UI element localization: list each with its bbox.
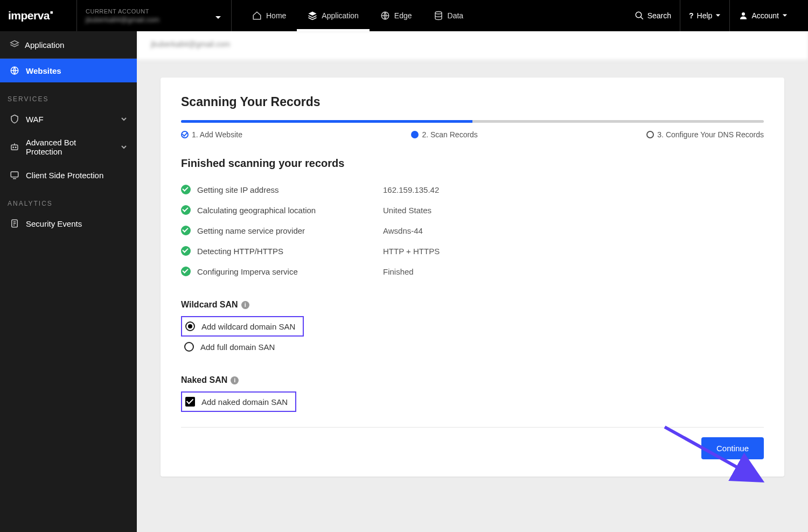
nav-application[interactable]: Application: [297, 0, 370, 31]
nav-data[interactable]: Data: [423, 0, 475, 31]
chevron-down-icon: [121, 116, 127, 122]
search-icon: [635, 11, 644, 20]
step-pending-icon: [646, 131, 654, 138]
san-title-text: Wildcard SAN: [181, 300, 238, 310]
scan-value: Finished: [383, 267, 414, 276]
sidebar-analytics-header: ANALYTICS: [0, 187, 137, 212]
san-title-text: Naked SAN: [181, 375, 227, 385]
step-scan-records: 2. Scan Records: [411, 130, 478, 139]
help-icon: ?: [689, 11, 694, 20]
check-icon: [181, 246, 191, 256]
info-icon[interactable]: i: [241, 301, 249, 309]
person-icon: [739, 11, 748, 20]
main-area: jbuberka84@gmail.com Scanning Your Recor…: [137, 31, 808, 532]
info-icon[interactable]: i: [231, 376, 239, 384]
radio-full-san[interactable]: Add full domain SAN: [181, 337, 764, 357]
bot-icon: [10, 142, 19, 152]
scan-label: Getting site IP address: [197, 185, 383, 194]
radio-label: Add full domain SAN: [200, 342, 275, 352]
radio-wildcard-san[interactable]: Add wildcard domain SAN: [181, 316, 304, 337]
check-icon: [181, 205, 191, 215]
step-add-website: 1. Add Website: [181, 130, 242, 139]
nav-application-label: Application: [322, 11, 359, 20]
globe-icon: [380, 11, 390, 20]
step-configure-dns: 3. Configure Your DNS Records: [646, 130, 764, 139]
account-label: CURRENT ACCOUNT: [86, 8, 222, 15]
checkbox-naked-san[interactable]: Add naked domain SAN: [181, 391, 296, 412]
sidebar-services-header: SERVICES: [0, 82, 137, 107]
account-menu[interactable]: Account: [729, 0, 796, 31]
sidebar-websites-label: Websites: [26, 66, 61, 75]
card-footer: Continue: [181, 427, 764, 459]
database-icon: [434, 11, 443, 20]
search-label: Search: [647, 11, 671, 20]
sidebar: Application Websites SERVICES WAF Advanc…: [0, 31, 137, 532]
caret-down-icon: [715, 13, 721, 18]
help-label: Help: [697, 11, 713, 20]
nav-edge-label: Edge: [394, 11, 412, 20]
step-label: 1. Add Website: [192, 130, 242, 139]
svg-point-7: [15, 147, 16, 148]
svg-point-1: [435, 12, 442, 15]
svg-point-3: [742, 12, 745, 16]
nav-home-label: Home: [266, 11, 286, 20]
shield-icon: [10, 114, 19, 124]
sidebar-abp[interactable]: Advanced Bot Protection: [0, 131, 137, 163]
scan-label: Configuring Imperva service: [197, 267, 383, 276]
step-done-icon: [181, 131, 189, 138]
scan-row: Configuring Imperva service Finished: [181, 261, 764, 282]
layers-icon: [308, 11, 317, 20]
logo[interactable]: imperva ■: [0, 0, 77, 31]
page-title: Scanning Your Records: [181, 95, 764, 109]
help-menu[interactable]: ? Help: [680, 0, 729, 31]
sidebar-waf[interactable]: WAF: [0, 107, 137, 131]
scan-value: HTTP + HTTPS: [383, 247, 440, 256]
step-label: 3. Configure Your DNS Records: [657, 130, 764, 139]
caret-down-icon: [215, 14, 221, 23]
top-nav: Home Application Edge Data: [232, 0, 474, 31]
sidebar-csp[interactable]: Client Side Protection: [0, 163, 137, 187]
scan-results: Getting site IP address 162.159.135.42 C…: [181, 179, 764, 282]
sidebar-websites[interactable]: Websites: [0, 59, 137, 82]
account-label: Account: [751, 11, 779, 20]
progress-fill: [181, 120, 472, 123]
check-icon: [181, 267, 191, 276]
step-label: 2. Scan Records: [422, 130, 478, 139]
chevron-down-icon: [121, 144, 127, 150]
wildcard-san-title: Wildcard SAN i: [181, 300, 764, 310]
breadcrumb: jbuberka84@gmail.com: [137, 31, 808, 60]
sidebar-app-label: Application: [25, 40, 64, 50]
scan-row: Detecting HTTP/HTTPS HTTP + HTTPS: [181, 241, 764, 261]
search-button[interactable]: Search: [626, 0, 680, 31]
radio-icon: [184, 342, 194, 352]
scan-label: Detecting HTTP/HTTPS: [197, 247, 383, 256]
svg-point-6: [13, 147, 13, 148]
checkbox-checked-icon: [185, 397, 195, 407]
radio-label: Add wildcard domain SAN: [201, 322, 295, 331]
naked-san-title: Naked SAN i: [181, 375, 764, 385]
svg-rect-8: [11, 172, 18, 177]
home-icon: [252, 11, 262, 20]
nav-home[interactable]: Home: [241, 0, 297, 31]
scan-value: 162.159.135.42: [383, 185, 439, 194]
top-bar: imperva ■ CURRENT ACCOUNT jbuberka84@gma…: [0, 0, 808, 31]
sidebar-security-events[interactable]: Security Events: [0, 212, 137, 235]
nav-edge[interactable]: Edge: [370, 0, 423, 31]
account-email: jbuberka84@gmail.com: [86, 16, 222, 24]
wizard-card: Scanning Your Records 1. Add Website 2. …: [161, 78, 784, 477]
continue-button[interactable]: Continue: [701, 437, 764, 459]
account-selector[interactable]: CURRENT ACCOUNT jbuberka84@gmail.com: [77, 0, 232, 31]
sidebar-app-root[interactable]: Application: [0, 31, 137, 59]
checkbox-label: Add naked domain SAN: [201, 397, 288, 407]
scan-label: Getting name service provider: [197, 226, 383, 235]
step-current-icon: [411, 131, 419, 138]
progress-bar: [181, 120, 764, 123]
svg-point-2: [636, 12, 642, 18]
check-icon: [181, 226, 191, 235]
scan-value: Awsdns-44: [383, 226, 423, 235]
top-right: Search ? Help Account: [626, 0, 808, 31]
svg-rect-5: [11, 145, 18, 150]
sidebar-abp-label: Advanced Bot Protection: [26, 138, 114, 156]
caret-down-icon: [782, 13, 788, 18]
scan-row: Getting site IP address 162.159.135.42: [181, 179, 764, 200]
